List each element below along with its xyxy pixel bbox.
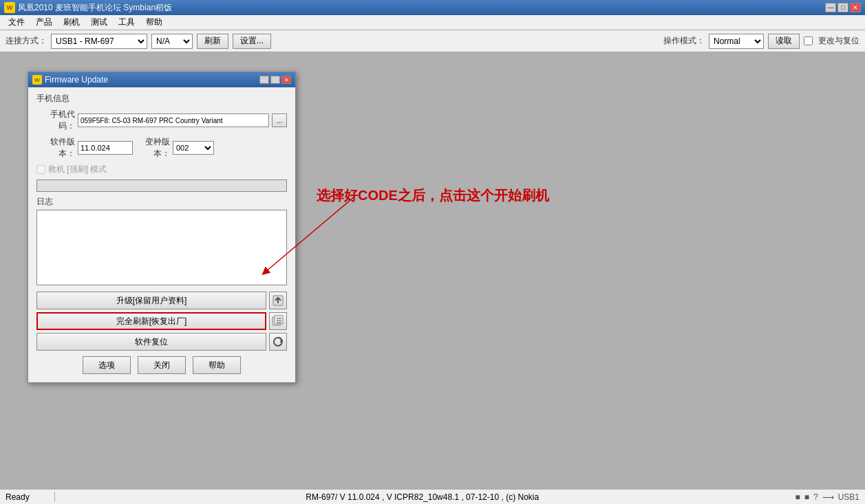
menu-flash[interactable]: 刷机: [58, 15, 85, 30]
software-reset-button[interactable]: 软件复位: [36, 333, 266, 351]
minimize-button[interactable]: —: [825, 3, 836, 12]
progress-bar: [36, 179, 287, 192]
dialog-title-bar: W Firmware Update — □ ✕: [28, 72, 295, 87]
phone-code-more-button[interactable]: ...: [272, 113, 287, 127]
dialog-body: 手机信息 手机代码： ... 软件版本： 变种版本： 002: [28, 87, 295, 382]
close-button[interactable]: ✕: [850, 3, 861, 12]
status-ready: Ready: [0, 492, 55, 502]
phone-code-label: 手机代码：: [36, 109, 75, 132]
menu-tools[interactable]: 工具: [113, 15, 140, 30]
upgrade-button[interactable]: 升级[保留用户资料]: [36, 292, 266, 309]
port-select[interactable]: N/A: [151, 34, 193, 49]
status-icon-1: ■: [795, 492, 800, 502]
status-bar: Ready RM-697/ V 11.0.024 , V ICPR82_10w4…: [0, 489, 865, 504]
status-icon-3: ?: [813, 492, 818, 502]
connection-select[interactable]: USB1 - RM-697: [51, 34, 147, 49]
reset-checkbox-label: 更改与复位: [818, 35, 859, 47]
status-usb-icon: ⟶: [822, 492, 834, 502]
upgrade-row: 升级[保留用户资料]: [36, 292, 287, 309]
full-flash-button[interactable]: 完全刷新[恢复出厂]: [36, 312, 266, 330]
dialog-title-text: Firmware Update: [45, 75, 259, 85]
toolbar: 连接方式： USB1 - RM-697 N/A 刷新 设置... 操作模式： N…: [0, 30, 865, 52]
phone-code-row: 手机代码： ...: [36, 109, 287, 132]
refresh-button[interactable]: 刷新: [197, 34, 228, 49]
menu-product[interactable]: 产品: [30, 15, 58, 30]
dialog-minimize-button[interactable]: —: [259, 76, 269, 84]
app-title: 凤凰2010 麦班智能手机论坛 Symbian稻饭: [18, 2, 825, 14]
mode-select[interactable]: Normal: [709, 34, 764, 49]
variant-select[interactable]: 002: [173, 141, 214, 155]
rescue-label: 救机 [强刷] 模式: [48, 164, 107, 175]
annotation-text: 选择好CODE之后，点击这个开始刷机: [317, 186, 549, 205]
firmware-update-dialog: W Firmware Update — □ ✕ 手机信息 手机代码： ... 软: [28, 72, 296, 383]
status-usb-label: USB1: [838, 492, 859, 502]
phone-code-input[interactable]: [78, 113, 269, 127]
options-button[interactable]: 选项: [83, 356, 131, 374]
title-bar: W 凤凰2010 麦班智能手机论坛 Symbian稻饭 — □ ✕: [0, 0, 865, 15]
log-textarea[interactable]: [36, 210, 287, 285]
menu-test[interactable]: 测试: [85, 15, 113, 30]
app-icon: W: [4, 2, 15, 13]
read-button[interactable]: 读取: [768, 34, 800, 49]
dialog-close-button[interactable]: ✕: [281, 76, 291, 84]
phone-info-title: 手机信息: [36, 93, 287, 105]
full-flash-row: 完全刷新[恢复出厂]: [36, 312, 287, 330]
mode-label: 操作模式：: [663, 35, 705, 47]
help-button[interactable]: 帮助: [193, 356, 241, 374]
software-label: 软件版本：: [36, 136, 75, 160]
window-controls: — □ ✕: [825, 3, 861, 12]
phone-info-section: 手机信息 手机代码： ... 软件版本： 变种版本： 002: [36, 93, 287, 160]
bottom-buttons: 选项 关闭 帮助: [36, 356, 287, 374]
main-area: W Firmware Update — □ ✕ 手机信息 手机代码： ... 软: [0, 52, 865, 489]
status-icons: ■ ■ ? ⟶ USB1: [789, 492, 865, 502]
connection-label: 连接方式：: [6, 35, 47, 47]
log-section: 日志: [36, 196, 287, 287]
close-dialog-button[interactable]: 关闭: [138, 356, 186, 374]
software-reset-icon[interactable]: [269, 333, 287, 351]
dialog-controls: — □ ✕: [259, 76, 291, 84]
dialog-maximize-button[interactable]: □: [270, 76, 280, 84]
software-version-row: 软件版本： 变种版本： 002: [36, 136, 287, 160]
upgrade-icon[interactable]: [269, 292, 287, 309]
rescue-mode-row: 救机 [强刷] 模式: [36, 164, 287, 175]
software-reset-row: 软件复位: [36, 333, 287, 351]
full-flash-icon[interactable]: [269, 312, 287, 330]
menu-file[interactable]: 文件: [3, 15, 30, 30]
status-icon-2: ■: [804, 492, 809, 502]
progress-area: [36, 179, 287, 192]
reset-checkbox[interactable]: [804, 36, 813, 45]
log-label: 日志: [36, 196, 287, 208]
menu-bar: 文件 产品 刷机 测试 工具 帮助: [0, 15, 865, 30]
settings-button[interactable]: 设置...: [233, 34, 271, 49]
maximize-button[interactable]: □: [837, 3, 848, 12]
variant-label: 变种版本：: [136, 136, 170, 160]
menu-help[interactable]: 帮助: [140, 15, 168, 30]
software-version-input[interactable]: [78, 141, 133, 155]
status-info: RM-697/ V 11.0.024 , V ICPR82_10w48.1 , …: [55, 492, 789, 502]
rescue-checkbox[interactable]: [36, 165, 45, 174]
dialog-icon: W: [32, 75, 42, 85]
